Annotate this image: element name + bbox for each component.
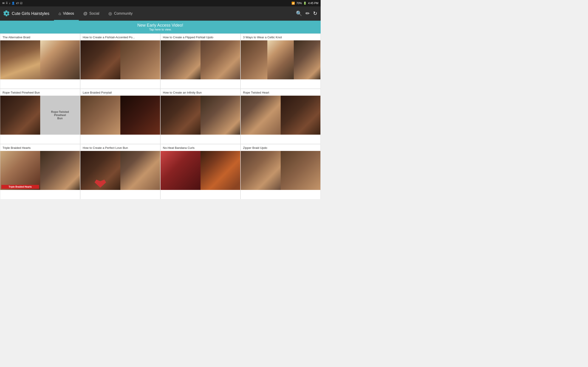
thumb-1 (0, 40, 40, 79)
early-access-banner[interactable]: New Early Access Video! Tap here to view… (0, 21, 321, 33)
video-item-infinity-bun[interactable]: How to Create an Infinity Bun (160, 89, 241, 144)
battery-text: 70% (296, 2, 302, 5)
thumb-3 (294, 40, 320, 79)
video-item-fishtail-ponytail[interactable]: How to Create a Fishtail-Accented Po... (80, 33, 160, 89)
thumb-1 (161, 96, 200, 135)
video-title: The Alternative Braid (0, 34, 80, 40)
gear-icon (3, 10, 10, 17)
status-icons-right: 📶 70% 🔋 4:45 PM (292, 2, 318, 5)
tab-social-label: Social (89, 11, 99, 16)
video-thumbnails: Rope-TwistedPinwheelBun (0, 96, 80, 135)
video-thumbnails (80, 151, 160, 190)
thumb-2 (200, 151, 241, 190)
community-icon: ◎ (108, 11, 112, 16)
video-thumbnails (161, 151, 240, 190)
video-item-triple-braided-hearts[interactable]: Triple Braided Hearts Triple Braided Hea… (0, 144, 80, 199)
video-item-flipped-fishtail[interactable]: How to Create a Flipped Fishtail Updo (160, 33, 241, 89)
grid-icon: ⠿ (6, 2, 8, 5)
status-bar: ✉ ⠿ ♪ 👤 🏷 ☑ 📶 70% 🔋 4:45 PM (0, 0, 321, 6)
video-title: Lace Braided Ponytail (80, 89, 160, 96)
thumb-2 (200, 40, 241, 79)
thumb-1 (0, 96, 40, 135)
thumb-1 (241, 96, 281, 135)
video-thumbnails (241, 151, 320, 190)
video-title: Triple Braided Hearts (0, 144, 80, 151)
avatar-icon: 👤 (11, 2, 15, 5)
video-item-alternative-braid[interactable]: The Alternative Braid (0, 33, 80, 89)
thumb-2 (40, 40, 80, 79)
video-title: No-Heat Bandana Curls (161, 144, 240, 151)
thumb-2 (40, 151, 80, 190)
video-title: How to Create a Perfect Love Bun (80, 144, 160, 151)
video-title: Rope Twisted Heart (241, 89, 320, 96)
thumb-2 (267, 40, 294, 79)
tab-videos[interactable]: ⌂ Videos (54, 6, 79, 21)
video-title: How to Create an Infinity Bun (161, 89, 240, 96)
tab-community[interactable]: ◎ Community (104, 6, 137, 21)
status-icons-left: ✉ ⠿ ♪ 👤 🏷 ☑ (2, 2, 23, 5)
envelope-icon: ✉ (2, 2, 5, 5)
video-thumbnails (80, 40, 160, 79)
thumb-1 (80, 151, 120, 190)
thumb-1 (80, 40, 120, 79)
video-item-bandana-curls[interactable]: No-Heat Bandana Curls (160, 144, 241, 199)
edit-button[interactable]: ✏ (305, 10, 310, 17)
tab-videos-label: Videos (63, 11, 74, 16)
thumb-2 (281, 96, 321, 135)
app-brand: Cute Girls Hairstyles (3, 10, 49, 17)
thumb-overlay: Rope-TwistedPinwheelBun (40, 96, 80, 135)
video-title: How to Create a Fishtail-Accented Po... (80, 34, 160, 40)
thumb-2 (120, 40, 160, 79)
battery-icon: 🔋 (303, 2, 307, 5)
video-item-celtic-knot[interactable]: 3 Ways to Wear a Celtic Knot (241, 33, 321, 89)
video-title: How to Create a Flipped Fishtail Updo (161, 34, 240, 40)
wifi-icon: 📶 (292, 2, 295, 5)
navigation-bar: Cute Girls Hairstyles ⌂ Videos @ Social … (0, 6, 321, 21)
nav-actions: 🔍 ✏ ↻ (296, 10, 317, 17)
video-thumbnails (161, 40, 240, 79)
thumb-label: Triple Braided Hearts (1, 185, 39, 189)
tag-icon: 🏷 (16, 2, 19, 5)
video-thumbnails (161, 96, 240, 135)
video-item-zipper-braid[interactable]: Zipper Braid Updo (241, 144, 321, 199)
video-thumbnails (241, 96, 320, 135)
search-button[interactable]: 🔍 (296, 10, 302, 17)
thumb-1 (241, 151, 281, 190)
video-title: Zipper Braid Updo (241, 144, 320, 151)
nav-tabs: ⌂ Videos @ Social ◎ Community (54, 6, 296, 21)
video-title: 3 Ways to Wear a Celtic Knot (241, 34, 320, 40)
thumb-1: Triple Braided Hearts (0, 151, 40, 190)
thumb-2 (120, 96, 160, 135)
thumb-2 (281, 151, 321, 190)
thumb-2 (120, 151, 160, 190)
video-item-lace-braid[interactable]: Lace Braided Ponytail (80, 89, 160, 144)
video-item-rope-twisted-heart[interactable]: Rope Twisted Heart (241, 89, 321, 144)
video-item-pinwheel-bun[interactable]: Rope-Twisted Pinwheel Bun Rope-TwistedPi… (0, 89, 80, 144)
tab-social[interactable]: @ Social (79, 6, 104, 21)
thumb-1 (161, 40, 200, 79)
video-thumbnails: Triple Braided Hearts (0, 151, 80, 190)
video-title: Rope-Twisted Pinwheel Bun (0, 89, 80, 96)
thumb-2 (200, 96, 241, 135)
music-icon: ♪ (9, 2, 10, 5)
overlay-text: Rope-TwistedPinwheelBun (40, 96, 80, 135)
check-icon: ☑ (20, 2, 23, 5)
thumb-1 (80, 96, 120, 135)
thumb-1 (161, 151, 200, 190)
home-icon: ⌂ (59, 11, 61, 16)
thumb-1 (241, 40, 267, 79)
video-grid: The Alternative Braid How to Create a Fi… (0, 33, 321, 199)
at-icon: @ (83, 11, 87, 16)
banner-title: New Early Access Video! (2, 23, 318, 28)
video-thumbnails (80, 96, 160, 135)
time-display: 4:45 PM (308, 2, 318, 5)
banner-subtitle: Tap here to view. (2, 28, 318, 31)
video-thumbnails (0, 40, 80, 79)
refresh-button[interactable]: ↻ (313, 10, 317, 17)
tab-community-label: Community (114, 11, 132, 16)
video-thumbnails (241, 40, 320, 79)
video-item-love-bun[interactable]: How to Create a Perfect Love Bun (80, 144, 160, 199)
bow-shape (95, 180, 106, 188)
brand-name: Cute Girls Hairstyles (12, 11, 49, 16)
